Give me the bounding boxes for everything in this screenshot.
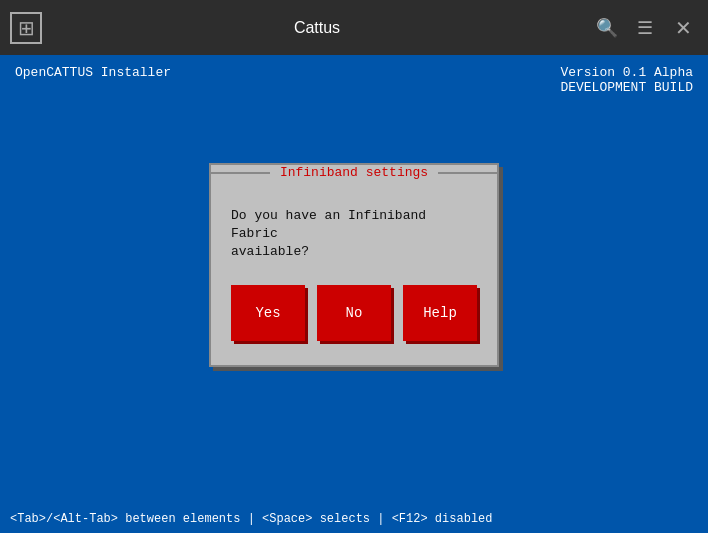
statusbar: <Tab>/<Alt-Tab> between elements | <Spac… [0, 505, 708, 533]
dialog-title: Infiniband settings [270, 165, 438, 180]
no-button[interactable]: No [317, 285, 391, 341]
infiniband-dialog: Infiniband settings Do you have an Infin… [209, 163, 499, 368]
titlebar: ⊞ Cattus 🔍 ☰ ✕ [0, 0, 708, 55]
menu-icon: ☰ [637, 17, 653, 39]
close-button[interactable]: ✕ [668, 13, 698, 43]
add-tab-button[interactable]: ⊞ [10, 12, 42, 44]
terminal-area: OpenCATTUS Installer Version 0.1 Alpha D… [0, 55, 708, 533]
titlebar-right: 🔍 ☰ ✕ [592, 13, 698, 43]
dialog-question: Do you have an Infiniband Fabric availab… [231, 207, 477, 262]
statusbar-text: <Tab>/<Alt-Tab> between elements | <Spac… [10, 512, 492, 526]
title-line-right [438, 172, 497, 174]
yes-button[interactable]: Yes [231, 285, 305, 341]
titlebar-left: ⊞ [10, 12, 42, 44]
dialog-buttons: Yes No Help [231, 285, 477, 341]
close-icon: ✕ [675, 16, 692, 40]
app-title: Cattus [42, 19, 592, 37]
menu-button[interactable]: ☰ [630, 13, 660, 43]
search-button[interactable]: 🔍 [592, 13, 622, 43]
dialog-body: Do you have an Infiniband Fabric availab… [211, 189, 497, 366]
help-button[interactable]: Help [403, 285, 477, 341]
title-line-left [211, 172, 270, 174]
dialog-overlay: Infiniband settings Do you have an Infin… [0, 55, 708, 475]
add-icon: ⊞ [18, 16, 35, 40]
search-icon: 🔍 [596, 17, 618, 39]
dialog-title-row: Infiniband settings [211, 165, 497, 181]
